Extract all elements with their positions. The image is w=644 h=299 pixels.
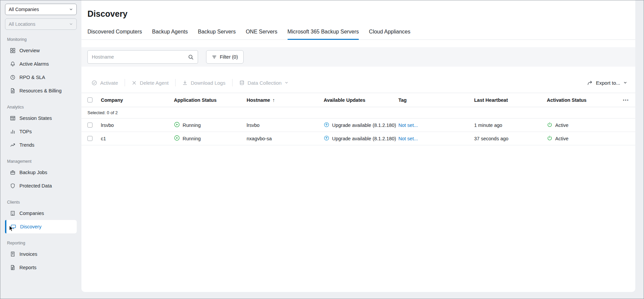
sidebar-item-label: RPO & SLA: [19, 75, 45, 80]
power-active-icon: [547, 135, 553, 142]
tab-microsoft-365-backup-servers[interactable]: Microsoft 365 Backup Servers: [287, 26, 359, 40]
sidebar-item-resources-billing[interactable]: Resources & Billing: [0, 84, 81, 97]
filter-icon: [212, 55, 217, 60]
filter-button[interactable]: Filter (0): [206, 50, 244, 64]
sidebar-item-label: TOPs: [19, 129, 32, 134]
sidebar-item-label: Session States: [19, 116, 52, 121]
activation-status-label: Active: [555, 123, 569, 128]
upgrade-icon: [324, 135, 329, 142]
column-header-last-heartbeat[interactable]: Last Heartbeat: [474, 97, 547, 103]
download-logs-button[interactable]: Download Logs: [178, 80, 229, 86]
sidebar-item-trends[interactable]: Trends: [0, 138, 81, 152]
select-all-checkbox[interactable]: [87, 97, 92, 102]
column-header-hostname-label: Hostname: [247, 97, 270, 103]
chevron-down-icon: [69, 22, 73, 26]
sidebar-item-overview[interactable]: Overview: [0, 44, 81, 57]
column-header-company[interactable]: Company: [101, 97, 174, 103]
sidebar-item-label: Resources & Billing: [19, 88, 62, 93]
invoice-icon: [10, 251, 16, 257]
sidebar-item-active-alarms[interactable]: Active Alarms: [0, 57, 81, 71]
last-heartbeat-cell: 1 minute ago: [474, 123, 547, 128]
sidebar-item-label: Invoices: [19, 251, 37, 257]
tab-discovered-computers[interactable]: Discovered Computers: [87, 26, 142, 40]
available-updates-label: Upgrade available (8.1.2.180): [332, 136, 396, 141]
search-icon[interactable]: [188, 54, 194, 60]
chevron-down-icon: [623, 81, 627, 85]
location-filter-value: All Locations: [9, 21, 35, 27]
tag-not-set-link[interactable]: Not set...: [398, 136, 418, 141]
activate-button[interactable]: Activate: [87, 80, 122, 86]
shield-icon: [10, 183, 16, 189]
sidebar-item-protected-data[interactable]: Protected Data: [0, 179, 81, 193]
delete-agent-button[interactable]: Delete Agent: [128, 80, 173, 86]
download-logs-button-label: Download Logs: [191, 80, 225, 86]
power-active-icon: [547, 122, 553, 129]
tag-not-set-link[interactable]: Not set...: [398, 123, 418, 128]
export-to-button[interactable]: Export to...: [587, 80, 627, 86]
section-label-monitoring: Monitoring: [7, 37, 75, 42]
sidebar-item-backup-jobs[interactable]: Backup Jobs: [0, 166, 81, 179]
section-label-analytics: Analytics: [7, 105, 75, 109]
report-document-icon: [10, 265, 16, 271]
application-status-cell: Running: [174, 122, 247, 129]
available-updates-cell: Upgrade available (8.1.2.180): [324, 135, 398, 142]
sidebar-item-discovery[interactable]: Discovery: [5, 220, 77, 233]
app-window: All Companies All Locations Monitoring O…: [0, 0, 644, 299]
sidebar-item-label: Companies: [19, 211, 44, 216]
table-row[interactable]: lrsvbo Running lrsvbo Upgrade available …: [81, 119, 635, 132]
tab-backup-servers[interactable]: Backup Servers: [198, 26, 236, 40]
close-x-icon: [132, 80, 137, 85]
discovery-monitor-icon: [10, 224, 16, 230]
tab-one-servers[interactable]: ONE Servers: [246, 26, 277, 40]
sidebar-item-label: Protected Data: [19, 183, 52, 189]
column-header-tag[interactable]: Tag: [398, 97, 474, 103]
search-input[interactable]: [92, 54, 188, 60]
clock-icon: [10, 74, 16, 80]
export-to-button-label: Export to...: [596, 80, 620, 86]
column-options-ellipsis-button[interactable]: ⋯: [623, 96, 629, 104]
row-checkbox[interactable]: [87, 123, 92, 128]
overview-icon: [10, 48, 16, 54]
sidebar-item-invoices[interactable]: Invoices: [0, 247, 81, 261]
application-status-label: Running: [183, 123, 201, 128]
sidebar-item-label: Discovery: [20, 224, 42, 229]
company-filter-select[interactable]: All Companies: [5, 4, 77, 15]
session-states-icon: [10, 115, 16, 121]
activate-button-label: Activate: [100, 80, 118, 86]
hostname-cell: nxagvbo-sa: [247, 136, 324, 141]
action-toolbar: Activate Delete Agent Download Logs: [81, 73, 635, 93]
sidebar-item-session-states[interactable]: Session States: [0, 111, 81, 125]
company-filter-value: All Companies: [9, 7, 39, 12]
search-band: Filter (0): [81, 47, 635, 67]
delete-agent-button-label: Delete Agent: [140, 80, 169, 86]
sidebar-item-tops[interactable]: TOPs: [0, 125, 81, 138]
toolbar-divider: [232, 79, 233, 86]
bar-chart-icon: [10, 129, 16, 135]
billing-document-icon: [10, 88, 16, 94]
data-collection-button[interactable]: Data Collection: [235, 80, 293, 86]
toolbar-divider: [175, 79, 176, 86]
row-checkbox[interactable]: [87, 136, 92, 141]
available-updates-label: Upgrade available (8.1.2.180): [332, 123, 396, 128]
building-icon: [10, 210, 16, 216]
table-header-row: Company Application Status Hostname ↑ Av…: [81, 93, 635, 107]
application-status-label: Running: [183, 136, 201, 141]
sidebar-item-companies[interactable]: Companies: [0, 207, 81, 220]
trend-line-icon: [10, 142, 16, 148]
activation-status-cell: Active: [547, 122, 613, 129]
tab-backup-agents[interactable]: Backup Agents: [152, 26, 188, 40]
table-row[interactable]: c1 Running nxagvbo-sa Upgrade available …: [81, 132, 635, 145]
tab-cloud-appliances[interactable]: Cloud Appliances: [369, 26, 410, 40]
column-header-activation-status[interactable]: Activation Status: [547, 97, 613, 103]
running-status-icon: [174, 122, 180, 129]
sidebar-item-reports[interactable]: Reports: [0, 261, 81, 274]
export-arrow-icon: [587, 80, 593, 86]
sidebar-item-rpo-sla[interactable]: RPO & SLA: [0, 71, 81, 84]
column-header-application-status[interactable]: Application Status: [174, 97, 247, 103]
upgrade-icon: [324, 122, 329, 129]
column-header-hostname[interactable]: Hostname ↑: [247, 97, 324, 103]
column-header-available-updates[interactable]: Available Updates: [324, 97, 398, 103]
sidebar-item-label: Active Alarms: [19, 61, 49, 67]
location-filter-select[interactable]: All Locations: [5, 18, 77, 30]
section-label-management: Management: [7, 159, 75, 164]
